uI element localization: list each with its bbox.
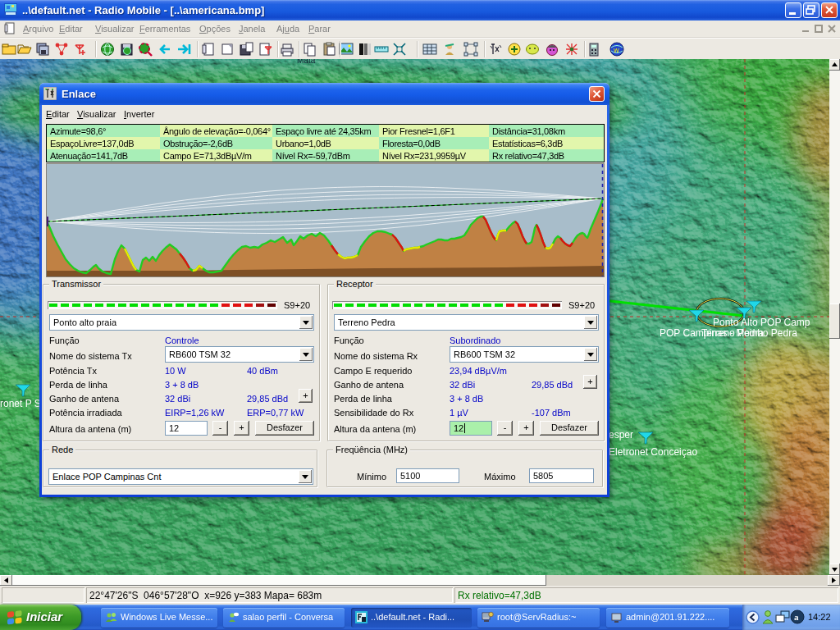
svg-text:esper: esper bbox=[609, 429, 633, 441]
svg-text:Mata: Mata bbox=[297, 59, 316, 65]
svg-text:Terreno Pedra: Terreno Pedra bbox=[701, 327, 764, 339]
svg-text:Eletronet Conceiçao: Eletronet Conceiçao bbox=[609, 446, 697, 458]
svg-text:W: W bbox=[614, 48, 619, 53]
svg-text:Ponto Alto POP Camp: Ponto Alto POP Camp bbox=[713, 317, 810, 328]
svg-text:a: a bbox=[794, 612, 799, 622]
